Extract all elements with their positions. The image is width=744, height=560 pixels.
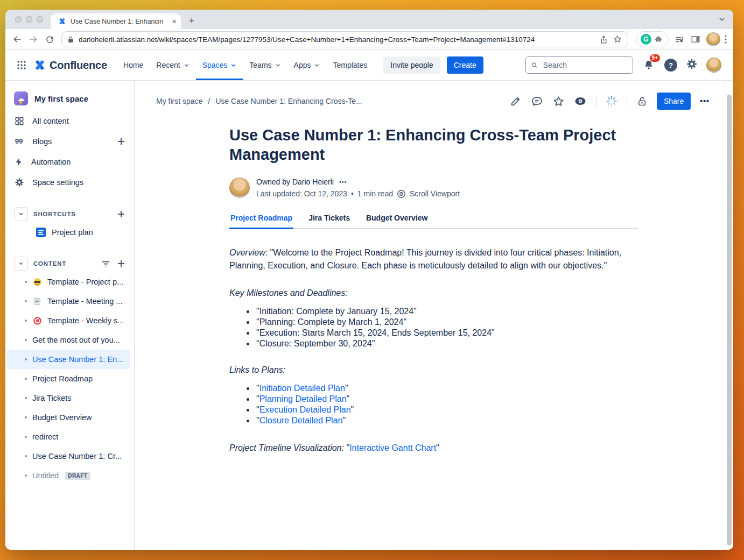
- sidebar-item-all-content[interactable]: All content: [5, 111, 134, 131]
- desktop: { "theme": { "accent_blue": "#0C66E4", "…: [0, 0, 744, 560]
- divider: [627, 96, 627, 107]
- browser-menu-icon[interactable]: [725, 35, 727, 44]
- reload-button[interactable]: [42, 32, 57, 47]
- side-panel-icon[interactable]: [688, 32, 703, 47]
- meta-separator: •: [351, 189, 354, 198]
- add-content-icon[interactable]: [117, 259, 125, 268]
- space-header[interactable]: ☁⚡ My first space: [5, 89, 134, 111]
- edit-pencil-icon[interactable]: [510, 95, 522, 107]
- page-tabs: Project Roadmap Jira Tickets Budget Over…: [229, 214, 638, 229]
- gear-icon: [14, 177, 25, 188]
- tree-bullet: [25, 358, 27, 360]
- content-section-header: CONTENT: [5, 255, 134, 272]
- content-item-untitled-draft[interactable]: Untitled DRAFT: [6, 466, 130, 485]
- filter-icon[interactable]: [101, 259, 110, 268]
- profile-avatar[interactable]: [706, 58, 721, 73]
- favorite-star-icon[interactable]: [552, 95, 565, 108]
- content-item-jira-tickets[interactable]: Jira Tickets: [6, 388, 130, 408]
- confluence-mark-icon: [33, 59, 46, 72]
- add-blog-icon[interactable]: [117, 137, 125, 146]
- shortcuts-title: SHORTCUTS: [33, 211, 111, 217]
- content-item-template-meeting[interactable]: Template - Meeting ...: [6, 292, 130, 311]
- grammarly-extension-icon[interactable]: G: [641, 34, 651, 45]
- gantt-chart-link[interactable]: Interactive Gantt Chart: [349, 443, 436, 452]
- nav-teams[interactable]: Teams: [243, 50, 287, 80]
- nav-templates[interactable]: Templates: [326, 50, 374, 80]
- page-title: Use Case Number 1: Enhancing Cross-Team …: [229, 126, 638, 165]
- breadcrumb-separator: /: [208, 97, 210, 105]
- collapse-content-button[interactable]: [14, 257, 28, 271]
- nav-home[interactable]: Home: [117, 50, 150, 80]
- add-shortcut-icon[interactable]: [117, 210, 125, 218]
- app-switcher-icon[interactable]: [13, 56, 30, 74]
- share-page-icon[interactable]: [599, 35, 608, 44]
- close-tab-icon[interactable]: ×: [172, 17, 177, 25]
- sidebar-item-blogs[interactable]: 99 Blogs: [5, 131, 134, 152]
- zoom-window-button[interactable]: [37, 16, 43, 23]
- page-more-icon[interactable]: •••: [700, 97, 710, 105]
- content-item-budget-overview[interactable]: Budget Overview: [6, 408, 130, 427]
- content-item-use-case-1-selected[interactable]: Use Case Number 1: En...: [6, 350, 130, 369]
- breadcrumb-space-link[interactable]: My first space: [156, 97, 202, 105]
- back-button[interactable]: [10, 32, 25, 47]
- content-item-template-weekly[interactable]: Template - Weekly s...: [6, 311, 130, 330]
- breadcrumb-page-link[interactable]: Use Case Number 1: Enhancing Cross-Te...: [215, 97, 362, 105]
- notifications-bell-icon[interactable]: 9+: [642, 58, 656, 72]
- minimize-window-button[interactable]: [26, 16, 32, 23]
- help-icon[interactable]: ?: [664, 59, 677, 72]
- content-item-use-case-1-cr[interactable]: Use Case Number 1: Cr...: [6, 446, 130, 466]
- tab-budget-overview[interactable]: Budget Overview: [365, 214, 429, 229]
- sidebar-item-automation[interactable]: Automation: [5, 152, 134, 172]
- execution-plan-link[interactable]: Execution Detailed Plan: [259, 405, 351, 414]
- extensions-puzzle-icon[interactable]: [655, 35, 664, 44]
- owned-by-text[interactable]: Owned by Dario Heierli: [256, 178, 334, 186]
- tab-search-button[interactable]: [718, 10, 726, 29]
- all-content-grid-icon: [14, 116, 25, 126]
- shortcut-project-plan[interactable]: Project plan: [5, 223, 134, 242]
- browser-tab[interactable]: Use Case Number 1: Enhancin ×: [51, 13, 181, 29]
- initiation-plan-link[interactable]: Initiation Detailed Plan: [259, 384, 345, 393]
- owner-avatar[interactable]: [229, 178, 250, 198]
- back-arrow-icon: [12, 34, 23, 45]
- playlist-extension-icon[interactable]: [672, 32, 687, 47]
- tab-project-roadmap[interactable]: Project Roadmap: [229, 214, 293, 229]
- collapse-shortcuts-button[interactable]: [14, 207, 28, 221]
- links-label: Links to Plans:: [229, 364, 638, 376]
- unlock-icon[interactable]: [636, 96, 648, 107]
- create-button[interactable]: Create: [447, 56, 483, 74]
- plan-link-item: "Planning Detailed Plan": [245, 394, 638, 405]
- search-box[interactable]: [525, 56, 633, 74]
- comment-icon[interactable]: [531, 95, 543, 108]
- close-window-button[interactable]: [15, 16, 22, 23]
- settings-gear-icon[interactable]: [686, 58, 698, 72]
- bookmark-star-icon[interactable]: [613, 34, 622, 44]
- planning-plan-link[interactable]: Planning Detailed Plan: [259, 394, 347, 403]
- owner-more-icon[interactable]: •••: [339, 179, 347, 185]
- invite-people-button[interactable]: Invite people: [383, 56, 440, 74]
- scroll-viewport-label[interactable]: Scroll Viewport: [410, 189, 460, 198]
- nav-apps[interactable]: Apps: [287, 50, 327, 80]
- content-item-redirect[interactable]: redirect: [6, 427, 130, 446]
- browser-profile-avatar[interactable]: [706, 32, 720, 46]
- content-item-get-the-most[interactable]: Get the most out of you...: [6, 330, 130, 350]
- nav-recent[interactable]: Recent: [150, 50, 195, 80]
- address-bar[interactable]: darioheierli.atlassian.net/wiki/spaces/T…: [61, 31, 628, 47]
- forward-button[interactable]: [26, 32, 41, 47]
- content-item-template-project[interactable]: Template - Project p...: [6, 272, 130, 292]
- browser-scrollbar-thumb[interactable]: [727, 95, 732, 545]
- lock-icon: [67, 36, 74, 43]
- nav-spaces[interactable]: Spaces: [196, 50, 243, 80]
- watching-eye-icon[interactable]: [574, 95, 587, 108]
- confluence-top-nav: Confluence Home Recent Spaces Teams Apps…: [5, 50, 733, 81]
- closure-plan-link[interactable]: Closure Detailed Plan: [259, 416, 343, 425]
- last-updated-text[interactable]: Last updated: Oct 12, 2023: [256, 189, 347, 198]
- blogs-quote-icon: 99: [14, 136, 25, 147]
- sunglasses-emoji-icon: [32, 277, 42, 287]
- tab-jira-tickets[interactable]: Jira Tickets: [307, 214, 351, 229]
- new-tab-button[interactable]: +: [184, 13, 199, 29]
- confluence-logo[interactable]: Confluence: [33, 59, 107, 72]
- sidebar-item-space-settings[interactable]: Space settings: [5, 172, 134, 193]
- content-item-project-roadmap[interactable]: Project Roadmap: [6, 369, 130, 388]
- search-input[interactable]: [542, 60, 628, 70]
- share-button[interactable]: Share: [657, 93, 691, 110]
